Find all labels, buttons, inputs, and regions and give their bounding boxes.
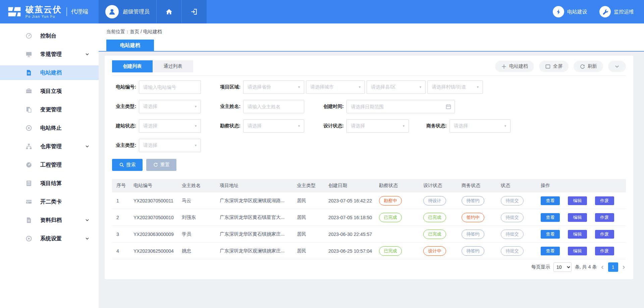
select-control[interactable]: 请选择▼	[346, 119, 409, 133]
region-province-select: 项目区域: 请选择省份▼	[216, 80, 304, 94]
sidebar-item-project-setup[interactable]: 项目立项	[0, 84, 99, 99]
reset-button[interactable]: 重置	[146, 159, 176, 171]
view-button[interactable]: 查看	[541, 196, 560, 205]
filter-form: 电站编号: 请输入电站编号▼ 项目区域:	[112, 76, 626, 152]
sidebar-item-terminate[interactable]: 电站终止	[0, 121, 99, 135]
void-button[interactable]: 作废	[595, 213, 614, 222]
list-tab[interactable]: 通过列表	[153, 60, 193, 72]
sidebar-item-label: 电站建档	[40, 69, 62, 76]
lightning-icon	[555, 9, 562, 15]
cell-address: 广东深圳龙华区黄石镇星官大...	[220, 214, 297, 221]
current-page[interactable]: 1	[608, 262, 618, 272]
sidebar-item-station-file[interactable]: 电站建档	[0, 65, 99, 80]
per-page-prefix: 每页显示	[531, 264, 550, 270]
select-control[interactable]: 请选择城市▼	[306, 80, 365, 94]
monitor-ops-link[interactable]: 监控运维	[599, 6, 634, 17]
design-status-select: 设计状态: 请选择▼	[320, 119, 409, 133]
select-control[interactable]: 请选择村镇/街道▼	[427, 80, 483, 94]
sidebar-item-card[interactable]: 开二类卡	[0, 194, 99, 209]
table-row: 1 YX2023070500011 马云 广东深圳龙华区观澜镇观湖路... 居民…	[112, 192, 626, 209]
text-input[interactable]	[346, 100, 455, 113]
user-menu[interactable]: 超级管理员	[99, 0, 156, 23]
select-control[interactable]: 请选择▼	[139, 139, 201, 152]
select-control[interactable]: 请选择▼	[243, 119, 304, 133]
filter-label: 设计状态:	[320, 123, 344, 129]
list-tab[interactable]: 创建列表	[112, 60, 153, 72]
column-header: 序号	[116, 183, 133, 189]
sidebar-item-change[interactable]: 变更管理	[0, 102, 99, 117]
design-status-badge: 设计中	[423, 246, 446, 256]
cell-index: 2	[116, 215, 133, 220]
column-header: 状态	[501, 183, 541, 189]
region-county-select: 请选择县/区▼	[367, 80, 426, 94]
edit-button[interactable]: 编辑	[568, 196, 587, 205]
refresh-button[interactable]: 刷新	[574, 61, 603, 72]
select-control[interactable]: 请选择▼	[139, 119, 201, 133]
plus-icon	[501, 64, 507, 69]
text-input[interactable]	[243, 100, 304, 113]
filter-label: 业主类型:	[112, 142, 136, 148]
void-button[interactable]: 作废	[595, 196, 614, 205]
select-control[interactable]: 请选择县/区▼	[367, 80, 426, 94]
caret-down-icon: ▼	[402, 124, 405, 128]
text-input[interactable]	[139, 80, 201, 94]
edit-button[interactable]: 编辑	[568, 213, 587, 222]
logout-icon	[191, 8, 198, 15]
column-header: 商务状态	[462, 183, 501, 189]
select-control[interactable]: 请选择省份▼	[243, 80, 304, 94]
breadcrumb-prefix: 当前位置：	[106, 29, 130, 34]
filter-label: 业主姓名:	[216, 104, 240, 110]
region-town-select: 请选择村镇/街道▼	[427, 80, 483, 94]
caret-down-icon: ▼	[194, 144, 197, 147]
create-station-button[interactable]: 电站建档	[495, 61, 534, 72]
sidebar-item-label: 资料归档	[40, 217, 62, 224]
cell-owner-type: 居民	[297, 214, 328, 221]
station-build-link[interactable]: 电站建设	[553, 6, 587, 17]
design-status-badge: 已完成	[423, 213, 446, 222]
home-icon	[165, 8, 173, 15]
cell-index: 4	[116, 248, 133, 254]
sidebar: 控制台 常规管理 电站建档 项目立项 变	[0, 23, 99, 308]
cell-owner-type: 居民	[297, 198, 328, 204]
view-button[interactable]: 查看	[541, 213, 560, 222]
column-header: 创建日期	[328, 183, 379, 189]
caret-down-icon: ▼	[358, 85, 361, 89]
page-tab-station-file[interactable]: 电站建档	[106, 40, 154, 51]
filter-label: 电站编号:	[112, 84, 136, 90]
business-status-select: 商务状态: 请选择▼	[423, 119, 511, 133]
next-page-button[interactable]: ›	[622, 263, 626, 271]
more-button[interactable]	[608, 61, 626, 72]
table-row: 2 YX2023070500010 刘强东 广东深圳龙华区黄石镇星官大... 居…	[112, 209, 626, 226]
chevron-down-icon	[85, 144, 90, 149]
monitor-ops-label: 监控运维	[614, 9, 634, 15]
sidebar-item-settlement[interactable]: 项目结算	[0, 176, 99, 191]
station-table: 序号 电站编号 业主姓名 项目地址 业主类型 创建日期 勘察状态	[112, 179, 626, 259]
sidebar-item-engineering[interactable]: 工程管理	[0, 158, 99, 172]
view-button[interactable]: 查看	[541, 230, 560, 239]
void-button[interactable]: 作废	[595, 247, 614, 255]
edit-button[interactable]: 编辑	[568, 247, 587, 255]
select-control[interactable]: 请选择▼	[139, 100, 201, 113]
prev-page-button[interactable]: ‹	[600, 263, 604, 271]
calendar-icon	[445, 104, 451, 110]
gauge-icon	[25, 162, 32, 168]
void-button[interactable]: 作废	[595, 230, 614, 239]
table-row: 3 YX2023063000009 学员 广东深圳龙华区黄石镇姚家庄... 居民…	[112, 226, 626, 243]
refresh-icon	[580, 64, 585, 69]
search-button[interactable]: 搜索	[112, 159, 143, 171]
sidebar-item-warehouse[interactable]: 仓库管理	[0, 139, 99, 154]
view-button[interactable]: 查看	[541, 247, 560, 255]
select-control[interactable]: 请选择▼	[449, 119, 511, 133]
per-page-select[interactable]: 10	[553, 262, 572, 272]
edit-button[interactable]: 编辑	[568, 230, 587, 239]
cell-owner: 姚忠	[182, 248, 220, 254]
sidebar-item-archive[interactable]: 资料归档	[0, 213, 99, 228]
home-button[interactable]	[156, 0, 181, 23]
sidebar-item-console[interactable]: 控制台	[0, 28, 99, 43]
sidebar-item-general[interactable]: 常规管理	[0, 47, 99, 62]
survey-status-badge: 勘察中	[379, 196, 402, 205]
sidebar-item-settings[interactable]: 系统设置	[0, 231, 99, 246]
cell-created: 2023-06-25 10:57:04	[328, 248, 379, 254]
fullscreen-button[interactable]: 全屏	[539, 61, 569, 72]
logout-button[interactable]	[181, 0, 207, 23]
